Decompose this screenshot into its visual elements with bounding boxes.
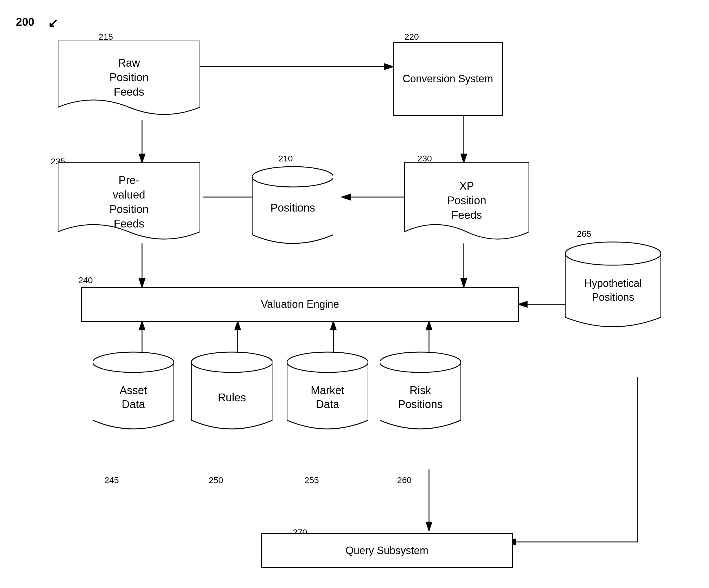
risk-positions-ref: 260 <box>397 475 412 485</box>
svg-text:Pre-: Pre- <box>119 174 139 186</box>
rules-cylinder: Rules <box>191 348 272 432</box>
svg-point-47 <box>191 352 272 372</box>
xp-position-feeds-shape: XP Position Feeds <box>404 162 529 246</box>
svg-text:Feeds: Feeds <box>451 209 482 221</box>
svg-text:Feeds: Feeds <box>114 218 145 230</box>
positions-ref: 210 <box>278 154 293 163</box>
svg-point-41 <box>93 352 174 372</box>
valuation-engine-label: Valuation Engine <box>261 298 339 311</box>
market-data-ref: 255 <box>304 475 319 485</box>
svg-text:Hypothetical: Hypothetical <box>584 277 642 289</box>
conversion-system-label: Conversion System <box>403 72 493 86</box>
svg-text:Positions: Positions <box>270 202 315 214</box>
svg-text:Position: Position <box>447 194 486 207</box>
svg-point-52 <box>287 352 368 372</box>
positions-cylinder: Positions <box>252 162 333 246</box>
query-subsystem-box: Query Subsystem <box>261 533 513 568</box>
svg-text:Raw: Raw <box>118 57 140 69</box>
valuation-engine-ref: 240 <box>78 275 93 285</box>
svg-text:Position: Position <box>109 71 149 83</box>
rules-ref: 250 <box>209 475 223 485</box>
svg-text:Data: Data <box>316 398 339 410</box>
diagram: 200 ↙ 215 Raw Position Feeds 220 Convers… <box>0 0 709 588</box>
conversion-system-box: Conversion System <box>393 42 503 116</box>
hypothetical-positions-ref: 265 <box>577 229 591 239</box>
asset-data-cylinder: Asset Data <box>93 348 174 432</box>
fig-arrow-icon: ↙ <box>48 16 58 30</box>
xp-position-feeds-ref: 230 <box>417 154 432 163</box>
svg-text:Position: Position <box>109 203 149 215</box>
raw-position-feeds-ref: 215 <box>99 32 113 42</box>
asset-data-ref: 245 <box>104 475 119 485</box>
svg-text:Data: Data <box>122 398 145 410</box>
query-subsystem-label: Query Subsystem <box>345 544 428 558</box>
svg-text:Asset: Asset <box>120 384 147 396</box>
svg-point-58 <box>380 352 461 372</box>
valuation-engine-box: Valuation Engine <box>81 287 519 322</box>
svg-text:Feeds: Feeds <box>114 86 145 98</box>
svg-text:Positions: Positions <box>398 398 443 410</box>
figure-label: 200 <box>16 16 34 28</box>
risk-positions-cylinder: Risk Positions <box>380 348 461 432</box>
svg-text:Risk: Risk <box>410 384 431 396</box>
hypothetical-positions-cylinder: Hypothetical Positions <box>565 238 661 330</box>
conversion-system-ref: 220 <box>404 32 419 42</box>
pre-valued-shape: Pre- valued Position Feeds <box>58 162 200 246</box>
svg-text:Market: Market <box>311 384 345 396</box>
svg-text:valued: valued <box>113 189 145 201</box>
raw-position-feeds-shape: Raw Position Feeds <box>58 41 200 122</box>
svg-point-27 <box>252 167 333 187</box>
svg-text:Rules: Rules <box>218 392 246 404</box>
svg-text:Positions: Positions <box>592 291 634 303</box>
svg-point-35 <box>565 242 661 265</box>
market-data-cylinder: Market Data <box>287 348 368 432</box>
svg-text:XP: XP <box>459 180 474 192</box>
